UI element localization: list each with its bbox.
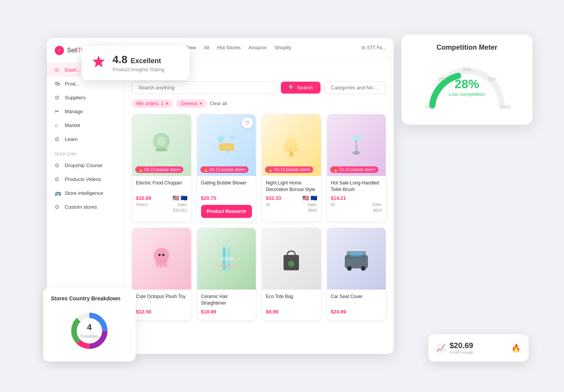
clear-all-button[interactable]: Clear all bbox=[210, 101, 227, 106]
svg-marker-32 bbox=[92, 55, 105, 67]
product-card-car-cover[interactable]: Car Seat Cover $24.99 bbox=[327, 228, 386, 320]
product-card-hair-straight[interactable]: Ceramic Hair Straightener $18.99 bbox=[197, 228, 257, 320]
sidebar-item-learn[interactable]: ⊙ Learn bbox=[47, 132, 124, 146]
product-price-toilet: $14.21 bbox=[331, 195, 382, 201]
svg-point-30 bbox=[361, 266, 366, 271]
sidebar-item-store-intel[interactable]: 🚌 Store intelligence bbox=[47, 186, 124, 200]
product-name-night: Night Light Home Decoration Bonsai Style… bbox=[266, 180, 317, 193]
sidebar-item-market[interactable]: ⌂ Market bbox=[47, 118, 124, 132]
product-card-night-light[interactable]: 🔥 On 13 popular stores Night Light Home … bbox=[262, 114, 321, 222]
sales-label-toilet: Sales bbox=[372, 203, 382, 207]
filter-tag-min-orders[interactable]: Min orders: 1 × bbox=[132, 99, 173, 108]
sidebar-item-videos[interactable]: ⊙ Products Videos bbox=[47, 172, 124, 186]
product-info-tote: Eco Tote Bag $9.99 bbox=[262, 290, 321, 320]
scene: ✓ SellTheTrend ☰ ⊙ Dash... 🛍 Prod... ⊙ S… bbox=[32, 23, 532, 369]
product-image-octopus bbox=[132, 228, 191, 290]
search-btn-label: Search bbox=[297, 85, 313, 90]
sales-label: Sales bbox=[177, 203, 187, 207]
search-button[interactable]: 🔍 Search bbox=[281, 82, 321, 94]
svg-rect-14 bbox=[352, 136, 360, 140]
product-meta-food-chopper: Orders Sales bbox=[136, 203, 187, 207]
profit-amount: $20.69 bbox=[450, 341, 473, 350]
product-image-car-cover bbox=[327, 228, 386, 290]
product-name-food-chopper: Electric Food Chopper bbox=[136, 180, 187, 193]
search-input[interactable] bbox=[132, 81, 277, 94]
topbar-nav-hot-stores[interactable]: Hot Stores bbox=[217, 43, 240, 52]
svg-text:100%: 100% bbox=[500, 105, 511, 109]
sidebar-item-manage[interactable]: ✂ Manage bbox=[47, 104, 124, 118]
sales-value-night: $840 bbox=[308, 208, 317, 213]
meter-label: Low competition bbox=[449, 91, 485, 97]
product-image-food-chopper: 🔥 On 13 popular stores bbox=[132, 114, 191, 176]
product-card-toilet-brush[interactable]: 🔥 On 13 popular stores Hot Sale-Long-Han… bbox=[327, 114, 386, 222]
competition-panel: Competition Meter 0% 25% 50% 75% 100% 28… bbox=[401, 34, 532, 125]
product-sales-toilet: $924 bbox=[331, 208, 382, 213]
svg-point-11 bbox=[296, 143, 298, 146]
rating-info: 4.8 Excellent Product Insights Rating bbox=[112, 54, 164, 72]
quick-links-label: Quick Links bbox=[47, 146, 124, 158]
country-label: Countries bbox=[80, 334, 98, 338]
suppliers-label: Suppliers bbox=[65, 95, 86, 101]
product-card-bubble-blower[interactable]: 🔥 On 13 popular stores ♡ Gatling Bubble … bbox=[197, 114, 257, 222]
rating-label: Excellent bbox=[131, 57, 161, 65]
competition-title: Competition Meter bbox=[411, 44, 523, 52]
orders-label: Orders bbox=[136, 203, 148, 207]
svg-rect-1 bbox=[156, 148, 167, 151]
wishlist-button-bubble[interactable]: ♡ bbox=[242, 117, 253, 128]
rating-star-icon bbox=[91, 54, 106, 72]
donut-chart: 4 Countries bbox=[66, 308, 112, 354]
products-grid: 🔥 On 13 popular stores Electric Food Cho… bbox=[132, 114, 386, 320]
filter-tag-remove-min[interactable]: × bbox=[166, 101, 168, 106]
product-price-hair: $18.99 bbox=[201, 309, 252, 315]
sidebar-item-custom-stores[interactable]: ⊙ Custom stores bbox=[47, 200, 124, 214]
product-card-octopus[interactable]: Cute Octopus Plush Toy $12.50 bbox=[132, 228, 191, 320]
product-card-food-chopper[interactable]: 🔥 On 13 popular stores Electric Food Cho… bbox=[132, 114, 191, 222]
sidebar-item-dropship[interactable]: ⊙ Dropship Course bbox=[47, 158, 124, 172]
product-name-bubble: Gatling Bubble Blower bbox=[201, 180, 252, 193]
product-name-car: Car Seat Cover bbox=[331, 293, 382, 307]
topbar-nav-all[interactable]: All bbox=[204, 43, 209, 52]
svg-text:0%: 0% bbox=[425, 105, 431, 109]
search-icon: 🔍 bbox=[289, 85, 295, 90]
filter-tag-label-general: General bbox=[181, 101, 197, 106]
search-input-wrap bbox=[132, 81, 277, 94]
filter-tag-remove-general[interactable]: × bbox=[200, 101, 202, 106]
product-price-bubble: $20.75 bbox=[201, 195, 252, 201]
svg-point-16 bbox=[156, 260, 159, 267]
svg-point-6 bbox=[227, 149, 230, 153]
product-card-tote-bag[interactable]: Eco Tote Bag $9.99 bbox=[262, 228, 321, 320]
flame-icon: 🔥 bbox=[511, 343, 521, 353]
manage-icon: ✂ bbox=[55, 108, 61, 114]
product-image-hair-straight bbox=[197, 228, 256, 290]
sidebar-item-suppliers[interactable]: ⊙ Suppliers bbox=[47, 90, 124, 104]
topbar-nav-shopify[interactable]: Shopify bbox=[275, 43, 291, 52]
search-bar: 🔍 Search bbox=[132, 81, 386, 94]
categories-input[interactable] bbox=[324, 81, 386, 94]
topbar-nav-amazon[interactable]: Amazon bbox=[248, 43, 267, 52]
product-name-tote: Eco Tote Bag bbox=[266, 293, 317, 307]
country-breakdown-panel: Stores Country Breakdown 4 Countries bbox=[43, 288, 136, 362]
popular-badge-night: 🔥 On 13 popular stores bbox=[265, 166, 313, 173]
product-research-button[interactable]: Product Research bbox=[201, 205, 252, 218]
product-flags-night: 🇺🇸 🇪🇺 bbox=[302, 195, 317, 201]
svg-text:75%: 75% bbox=[488, 77, 497, 81]
filter-tag-general[interactable]: General × bbox=[176, 99, 207, 108]
rating-popup: 4.8 Excellent Product Insights Rating bbox=[82, 46, 190, 80]
popular-badge-bubble: 🔥 On 13 popular stores bbox=[200, 166, 248, 173]
content-area: Products 🔍 Search Min orders: 1 × bbox=[124, 57, 394, 354]
product-img-placeholder-car bbox=[327, 228, 386, 290]
product-info-octopus: Cute Octopus Plush Toy $12.50 bbox=[132, 290, 191, 320]
svg-point-18 bbox=[163, 260, 167, 267]
profit-info: $20.69 Profit margin bbox=[450, 341, 473, 355]
stt-label: STT Fa... bbox=[367, 45, 386, 50]
store-intel-label: Store intelligence bbox=[65, 190, 103, 196]
profit-label: Profit margin bbox=[450, 350, 473, 355]
svg-point-5 bbox=[230, 135, 235, 140]
donut-center: 4 Countries bbox=[80, 322, 98, 339]
product-image-toilet-brush: 🔥 On 13 popular stores bbox=[327, 114, 386, 176]
popular-badge-label-bubble: On 13 popular stores bbox=[210, 168, 245, 172]
product-name-hair: Ceramic Hair Straightener bbox=[201, 293, 252, 307]
product-name-octopus: Cute Octopus Plush Toy bbox=[136, 293, 187, 307]
logo-icon: ✓ bbox=[55, 46, 64, 55]
logo-sell: Sell bbox=[67, 47, 77, 54]
